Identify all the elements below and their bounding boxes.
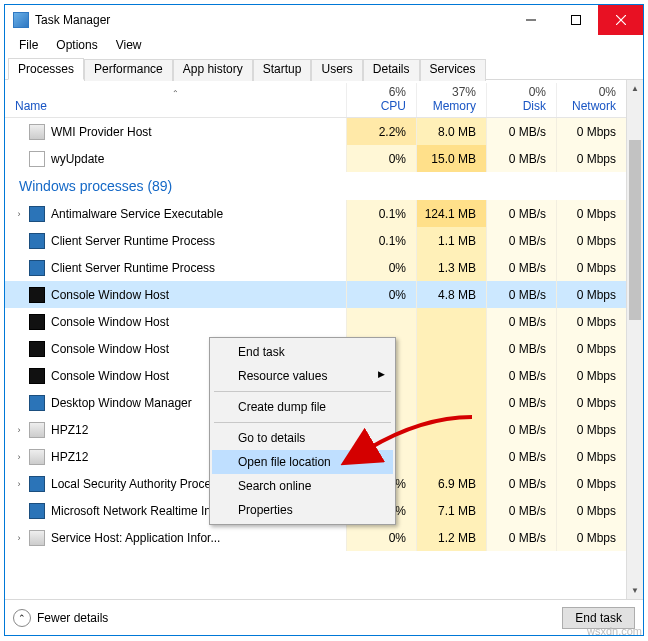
process-icon <box>29 260 45 276</box>
ctx-properties[interactable]: Properties <box>212 498 393 522</box>
cell-cpu: 0.1% <box>346 227 416 254</box>
ctx-go-details[interactable]: Go to details <box>212 426 393 450</box>
process-name: Console Window Host <box>51 369 169 383</box>
cell-network: 0 Mbps <box>556 145 626 172</box>
cell-network: 0 Mbps <box>556 308 626 335</box>
table-row[interactable]: wyUpdate0%15.0 MB0 MB/s0 Mbps <box>5 145 626 172</box>
process-icon <box>29 233 45 249</box>
footer: ⌃ Fewer details End task <box>5 599 643 635</box>
process-name: HPZ12 <box>51 423 88 437</box>
process-icon <box>29 449 45 465</box>
process-icon <box>29 287 45 303</box>
ctx-resource-values[interactable]: Resource values▶ <box>212 364 393 388</box>
menu-options[interactable]: Options <box>48 36 105 54</box>
table-row[interactable]: Console Window Host0 MB/s0 Mbps <box>5 308 626 335</box>
process-icon <box>29 368 45 384</box>
col-memory[interactable]: 37%Memory <box>416 83 486 117</box>
ctx-create-dump[interactable]: Create dump file <box>212 395 393 419</box>
process-icon <box>29 503 45 519</box>
ctx-search-online[interactable]: Search online <box>212 474 393 498</box>
table-row[interactable]: Client Server Runtime Process0%1.3 MB0 M… <box>5 254 626 281</box>
process-name: Client Server Runtime Process <box>51 234 215 248</box>
cell-memory: 7.1 MB <box>416 497 486 524</box>
column-headers: ⌃ Name 6%CPU 37%Memory 0%Disk 0%Network <box>5 80 626 118</box>
tab-performance[interactable]: Performance <box>84 59 173 81</box>
app-icon <box>13 12 29 28</box>
cell-network: 0 Mbps <box>556 443 626 470</box>
tab-app-history[interactable]: App history <box>173 59 253 81</box>
process-name: Client Server Runtime Process <box>51 261 215 275</box>
cell-disk: 0 MB/s <box>486 470 556 497</box>
scroll-up-icon[interactable]: ▲ <box>627 80 643 97</box>
menu-view[interactable]: View <box>108 36 150 54</box>
tab-startup[interactable]: Startup <box>253 59 312 81</box>
process-icon <box>29 530 45 546</box>
process-name: HPZ12 <box>51 450 88 464</box>
cell-memory: 4.8 MB <box>416 281 486 308</box>
ctx-end-task[interactable]: End task <box>212 340 393 364</box>
process-name: Microsoft Network Realtime Ins... <box>51 504 227 518</box>
cell-disk: 0 MB/s <box>486 118 556 145</box>
cell-disk: 0 MB/s <box>486 497 556 524</box>
table-row[interactable]: ›Antimalware Service Executable0.1%124.1… <box>5 200 626 227</box>
tab-strip: Processes Performance App history Startu… <box>5 57 643 80</box>
scroll-down-icon[interactable]: ▼ <box>627 582 643 599</box>
process-icon <box>29 151 45 167</box>
cell-disk: 0 MB/s <box>486 200 556 227</box>
expand-icon[interactable]: › <box>13 479 25 489</box>
ctx-open-file-location[interactable]: Open file location <box>212 450 393 474</box>
col-cpu[interactable]: 6%CPU <box>346 83 416 117</box>
table-row[interactable]: Console Window Host0%4.8 MB0 MB/s0 Mbps <box>5 281 626 308</box>
cell-cpu: 0.1% <box>346 200 416 227</box>
cell-disk: 0 MB/s <box>486 227 556 254</box>
scroll-thumb[interactable] <box>629 140 641 320</box>
tab-processes[interactable]: Processes <box>8 58 84 80</box>
tab-services[interactable]: Services <box>420 59 486 81</box>
process-name: Desktop Window Manager <box>51 396 192 410</box>
cell-network: 0 Mbps <box>556 497 626 524</box>
table-row[interactable]: ›Service Host: Application Infor...0%1.2… <box>5 524 626 551</box>
process-name: Console Window Host <box>51 288 169 302</box>
task-manager-window: Task Manager File Options View Processes… <box>4 4 644 636</box>
cell-disk: 0 MB/s <box>486 145 556 172</box>
submenu-arrow-icon: ▶ <box>378 369 385 379</box>
fewer-details-button[interactable]: ⌃ Fewer details <box>13 609 108 627</box>
cell-memory: 1.1 MB <box>416 227 486 254</box>
cell-network: 0 Mbps <box>556 118 626 145</box>
cell-memory <box>416 389 486 416</box>
col-network[interactable]: 0%Network <box>556 83 626 117</box>
table-row[interactable]: Client Server Runtime Process0.1%1.1 MB0… <box>5 227 626 254</box>
process-icon <box>29 341 45 357</box>
process-icon <box>29 206 45 222</box>
maximize-button[interactable] <box>553 5 598 35</box>
process-icon <box>29 476 45 492</box>
tab-users[interactable]: Users <box>311 59 362 81</box>
expand-icon[interactable]: › <box>13 209 25 219</box>
tab-details[interactable]: Details <box>363 59 420 81</box>
vertical-scrollbar[interactable]: ▲ ▼ <box>626 80 643 599</box>
fewer-details-label: Fewer details <box>37 611 108 625</box>
col-disk[interactable]: 0%Disk <box>486 83 556 117</box>
title-bar[interactable]: Task Manager <box>5 5 643 35</box>
menu-file[interactable]: File <box>11 36 46 54</box>
cell-memory: 6.9 MB <box>416 470 486 497</box>
process-group-header: Windows processes (89) <box>5 172 626 200</box>
process-icon <box>29 422 45 438</box>
minimize-button[interactable] <box>508 5 553 35</box>
cell-disk: 0 MB/s <box>486 416 556 443</box>
cell-cpu <box>346 308 416 335</box>
process-name: Console Window Host <box>51 342 169 356</box>
cell-disk: 0 MB/s <box>486 443 556 470</box>
table-row[interactable]: WMI Provider Host2.2%8.0 MB0 MB/s0 Mbps <box>5 118 626 145</box>
close-button[interactable] <box>598 5 643 35</box>
sort-caret-icon: ⌃ <box>15 89 336 99</box>
expand-icon[interactable]: › <box>13 533 25 543</box>
expand-icon[interactable]: › <box>13 425 25 435</box>
cell-network: 0 Mbps <box>556 281 626 308</box>
cell-memory <box>416 416 486 443</box>
cell-memory: 8.0 MB <box>416 118 486 145</box>
cell-memory: 1.3 MB <box>416 254 486 281</box>
col-name[interactable]: ⌃ Name <box>5 89 346 117</box>
expand-icon[interactable]: › <box>13 452 25 462</box>
cell-memory: 1.2 MB <box>416 524 486 551</box>
